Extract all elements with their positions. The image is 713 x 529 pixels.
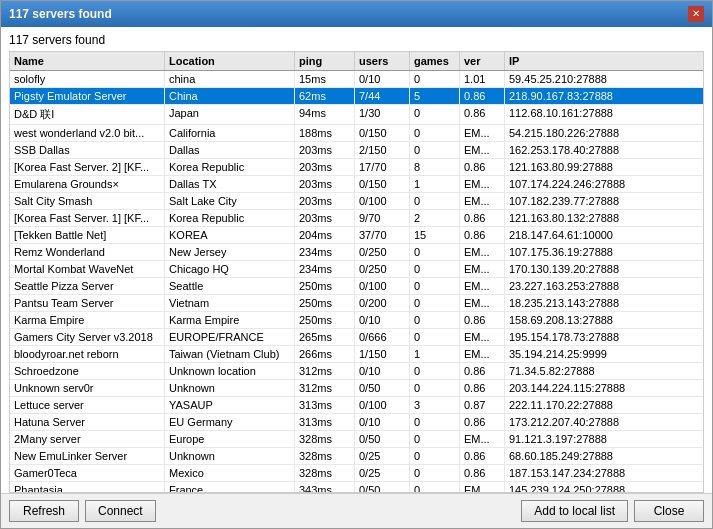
refresh-button[interactable]: Refresh xyxy=(9,500,79,522)
table-cell: west wonderland v2.0 bit... xyxy=(10,125,165,141)
table-row[interactable]: Seattle Pizza ServerSeattle250ms0/1000EM… xyxy=(10,278,703,295)
table-cell: 0.87 xyxy=(460,397,505,413)
table-cell: 0 xyxy=(410,363,460,379)
table-row[interactable]: [Tekken Battle Net]KOREA204ms37/70150.86… xyxy=(10,227,703,244)
table-cell: 1.01 xyxy=(460,71,505,87)
table-cell: 91.121.3.197:27888 xyxy=(505,431,703,447)
dialog-content: 117 servers found Name Location ping use… xyxy=(1,27,712,493)
table-cell: 312ms xyxy=(295,380,355,396)
table-row[interactable]: Hatuna ServerEU Germany313ms0/1000.86173… xyxy=(10,414,703,431)
table-cell: 0 xyxy=(410,414,460,430)
table-cell: YASAUP xyxy=(165,397,295,413)
title-close-button[interactable]: ✕ xyxy=(688,6,704,22)
table-cell: Unknown xyxy=(165,448,295,464)
table-cell: 2/150 xyxy=(355,142,410,158)
table-cell: 37/70 xyxy=(355,227,410,243)
table-cell: 121.163.80.132:27888 xyxy=(505,210,703,226)
table-cell: Pigsty Emulator Server xyxy=(10,88,165,104)
table-cell: 343ms xyxy=(295,482,355,492)
close-button[interactable]: Close xyxy=(634,500,704,522)
table-cell: EM... xyxy=(460,329,505,345)
table-cell: Phantasia xyxy=(10,482,165,492)
table-row[interactable]: Remz WonderlandNew Jersey234ms0/2500EM..… xyxy=(10,244,703,261)
table-cell: D&D 联I xyxy=(10,105,165,124)
table-row[interactable]: Salt City SmashSalt Lake City203ms0/1000… xyxy=(10,193,703,210)
table-cell: 203ms xyxy=(295,210,355,226)
table-cell: 1 xyxy=(410,346,460,362)
table-row[interactable]: SSB DallasDallas203ms2/1500EM...162.253.… xyxy=(10,142,703,159)
table-cell: Schroedzone xyxy=(10,363,165,379)
col-header-location: Location xyxy=(165,52,295,70)
table-row[interactable]: Pigsty Emulator ServerChina62ms7/4450.86… xyxy=(10,88,703,105)
table-cell: 0/10 xyxy=(355,363,410,379)
table-row[interactable]: Lettuce serverYASAUP313ms0/10030.87222.1… xyxy=(10,397,703,414)
table-cell: 162.253.178.40:27888 xyxy=(505,142,703,158)
table-cell: Dallas xyxy=(165,142,295,158)
table-cell: 0/150 xyxy=(355,176,410,192)
table-cell: 0 xyxy=(410,105,460,124)
table-cell: 107.175.36.19:27888 xyxy=(505,244,703,260)
table-row[interactable]: bloodyroar.net rebornTaiwan (Vietnam Clu… xyxy=(10,346,703,363)
table-row[interactable]: D&D 联IJapan94ms1/3000.86112.68.10.161:27… xyxy=(10,105,703,125)
table-cell: 0/50 xyxy=(355,431,410,447)
table-cell: 62ms xyxy=(295,88,355,104)
add-to-local-list-button[interactable]: Add to local list xyxy=(521,500,628,522)
table-row[interactable]: Pantsu Team ServerVietnam250ms0/2000EM..… xyxy=(10,295,703,312)
table-cell: 0/666 xyxy=(355,329,410,345)
table-row[interactable]: New EmuLinker ServerUnknown328ms0/2500.8… xyxy=(10,448,703,465)
table-row[interactable]: [Korea Fast Server. 1] [KF...Korea Repub… xyxy=(10,210,703,227)
table-cell: 328ms xyxy=(295,465,355,481)
table-cell: 107.174.224.246:27888 xyxy=(505,176,703,192)
table-cell: 1/150 xyxy=(355,346,410,362)
table-cell: 313ms xyxy=(295,397,355,413)
table-cell: EM... xyxy=(460,346,505,362)
table-row[interactable]: Gamer0TecaMexico328ms0/2500.86187.153.14… xyxy=(10,465,703,482)
table-cell: 158.69.208.13:27888 xyxy=(505,312,703,328)
table-row[interactable]: Emularena Grounds×Dallas TX203ms0/1501EM… xyxy=(10,176,703,193)
table-cell: 1/30 xyxy=(355,105,410,124)
col-header-name: Name xyxy=(10,52,165,70)
table-row[interactable]: Mortal Kombat WaveNetChicago HQ234ms0/25… xyxy=(10,261,703,278)
table-cell: 173.212.207.40:27888 xyxy=(505,414,703,430)
table-cell: 328ms xyxy=(295,448,355,464)
table-cell: 0/150 xyxy=(355,125,410,141)
table-cell: 23.227.163.253:27888 xyxy=(505,278,703,294)
table-cell: Remz Wonderland xyxy=(10,244,165,260)
table-cell: 0.86 xyxy=(460,227,505,243)
table-row[interactable]: SchroedzoneUnknown location312ms0/1000.8… xyxy=(10,363,703,380)
table-row[interactable]: soloflychina15ms0/1001.0159.45.25.210:27… xyxy=(10,71,703,88)
table-cell: 0 xyxy=(410,482,460,492)
col-header-ip: IP xyxy=(505,52,703,70)
table-cell: 0 xyxy=(410,329,460,345)
col-header-games: games xyxy=(410,52,460,70)
table-cell: 218.90.167.83:27888 xyxy=(505,88,703,104)
table-cell: EM... xyxy=(460,431,505,447)
server-list-dialog: 117 servers found ✕ 117 servers found Na… xyxy=(0,0,713,529)
table-cell: 250ms xyxy=(295,278,355,294)
table-cell: 7/44 xyxy=(355,88,410,104)
table-row[interactable]: 2Many serverEurope328ms0/500EM...91.121.… xyxy=(10,431,703,448)
table-cell: 0/50 xyxy=(355,380,410,396)
table-cell: EM... xyxy=(460,244,505,260)
table-cell: 0/10 xyxy=(355,71,410,87)
table-row[interactable]: PhantasiaFrance343ms0/500EM...145.239.12… xyxy=(10,482,703,492)
table-cell: Salt City Smash xyxy=(10,193,165,209)
table-cell: KOREA xyxy=(165,227,295,243)
table-cell: Europe xyxy=(165,431,295,447)
table-cell: 265ms xyxy=(295,329,355,345)
table-cell: 222.11.170.22:27888 xyxy=(505,397,703,413)
connect-button[interactable]: Connect xyxy=(85,500,156,522)
table-cell: 0 xyxy=(410,465,460,481)
table-cell: Hatuna Server xyxy=(10,414,165,430)
table-cell: 3 xyxy=(410,397,460,413)
table-cell: 1 xyxy=(410,176,460,192)
table-cell: 0/10 xyxy=(355,312,410,328)
table-row[interactable]: [Korea Fast Server. 2] [KF...Korea Repub… xyxy=(10,159,703,176)
table-body[interactable]: soloflychina15ms0/1001.0159.45.25.210:27… xyxy=(10,71,703,492)
table-row[interactable]: west wonderland v2.0 bit...California188… xyxy=(10,125,703,142)
table-cell: 204ms xyxy=(295,227,355,243)
table-cell: 9/70 xyxy=(355,210,410,226)
table-row[interactable]: Unknown serv0rUnknown312ms0/5000.86203.1… xyxy=(10,380,703,397)
table-row[interactable]: Gamers City Server v3.2018EUROPE/FRANCE2… xyxy=(10,329,703,346)
table-row[interactable]: Karma EmpireKarma Empire250ms0/1000.8615… xyxy=(10,312,703,329)
